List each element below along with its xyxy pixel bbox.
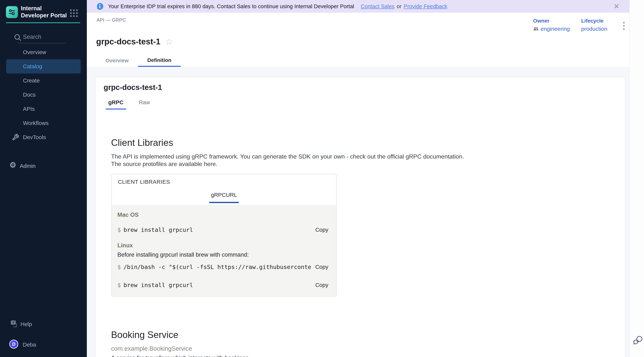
spec-tabs: gRPC Raw	[106, 99, 152, 110]
copy-button[interactable]: Copy	[315, 264, 328, 270]
trial-banner: Your Enterprise IDP trial expires in 880…	[87, 0, 630, 13]
help-icon: ?	[10, 319, 18, 328]
grpcurl-tab-underline	[209, 202, 239, 203]
shell-command: /bin/bash -c "$(curl -fsSL https://raw.g…	[124, 263, 311, 270]
avatar: D	[9, 340, 18, 348]
sidebar-item-admin[interactable]: ⚙ Admin	[0, 160, 87, 172]
client-libraries-heading: Client Libraries	[111, 137, 173, 148]
more-options-icon[interactable]	[620, 20, 628, 33]
sidebar-item-help[interactable]: ? Help	[0, 318, 87, 330]
owner-value[interactable]: engineering	[540, 26, 570, 32]
shell-command: brew install grpcurl	[124, 226, 311, 233]
tab-definition[interactable]: Definition	[138, 55, 181, 67]
panel-label: CLIENT LIBRARIES	[118, 179, 170, 185]
gear-icon: ⚙	[9, 161, 16, 169]
copy-button[interactable]: Copy	[315, 227, 328, 233]
entity-tabs: Overview Definition	[96, 55, 181, 67]
os-label-linux: Linux	[118, 242, 133, 249]
page-title: grpc-docs-test-1	[96, 37, 160, 46]
code-row: $ brew install grpcurl Copy	[118, 282, 328, 288]
wrench-icon	[12, 134, 19, 141]
card-title: grpc-docs-test-1	[104, 83, 162, 92]
code-row: $ brew install grpcurl Copy	[118, 226, 328, 233]
client-libraries-panel: CLIENT LIBRARIES gRPCURL Mac OS $ brew i…	[112, 174, 336, 297]
sidebar-item-workflows[interactable]: Workflows	[0, 116, 87, 130]
search-input[interactable]: Search	[0, 32, 87, 44]
search-underline	[18, 43, 66, 43]
contact-sales-link[interactable]: Contact Sales	[361, 3, 394, 10]
client-libraries-description: The API is implemented using gRPC framew…	[111, 153, 464, 168]
support-chat-icon[interactable]	[632, 335, 643, 345]
os-label-macos: Mac OS	[118, 211, 139, 218]
sidebar-user[interactable]: D Deba	[0, 339, 87, 350]
owner-block: Owner engineering	[533, 18, 570, 32]
entity-header: API — GRPC grpc-docs-test-1 ☆ Owner engi…	[87, 13, 630, 67]
sidebar-nav: Overview Catalog Create Docs APIs Workfl…	[0, 45, 87, 144]
lifecycle-value: production	[581, 26, 607, 32]
search-icon	[14, 33, 22, 42]
sidebar-item-docs[interactable]: Docs	[0, 88, 87, 102]
star-icon[interactable]: ☆	[165, 37, 173, 46]
sidebar: Internal Developer Portal Search Overvie…	[0, 0, 87, 357]
sidebar-item-catalog[interactable]: Catalog	[6, 59, 81, 74]
right-gutter	[630, 0, 644, 357]
copy-button[interactable]: Copy	[315, 282, 328, 288]
people-icon	[533, 27, 539, 31]
sidebar-item-overview[interactable]: Overview	[0, 45, 87, 59]
code-row: $ /bin/bash -c "$(curl -fsSL https://raw…	[118, 263, 328, 270]
booking-service-heading: Booking Service	[111, 329, 178, 340]
tab-grpcurl[interactable]: gRPCURL	[112, 192, 336, 198]
linux-note: Before installing grpcurl install brew w…	[118, 251, 249, 258]
install-instructions: Mac OS $ brew install grpcurl Copy Linux…	[112, 205, 336, 297]
sidebar-divider	[6, 22, 80, 23]
svg-text:?: ?	[12, 321, 14, 324]
tab-raw[interactable]: Raw	[136, 99, 152, 110]
shell-prompt: $	[118, 282, 121, 288]
provide-feedback-link[interactable]: Provide Feedback	[404, 3, 448, 10]
app-grid-icon[interactable]	[70, 9, 78, 17]
brand-logo-icon	[6, 6, 18, 18]
lifecycle-block: Lifecycle production	[581, 18, 607, 32]
shell-prompt: $	[118, 263, 121, 270]
sidebar-item-devtools[interactable]: DevTools	[0, 130, 87, 144]
breadcrumb: API — GRPC	[96, 17, 126, 23]
sidebar-item-apis[interactable]: APIs	[0, 102, 87, 116]
info-icon	[96, 2, 104, 11]
tab-grpc[interactable]: gRPC	[106, 99, 126, 110]
banner-message: Your Enterprise IDP trial expires in 880…	[108, 3, 354, 10]
search-placeholder: Search	[23, 34, 41, 40]
shell-prompt: $	[118, 226, 121, 233]
banner-or: or	[397, 3, 402, 10]
definition-card: grpc-docs-test-1 gRPC Raw Client Librari…	[95, 77, 625, 357]
brand-title: Internal Developer Portal	[21, 5, 69, 19]
booking-service-fqn: com.example.BookingService	[111, 345, 192, 352]
shell-command: brew install grpcurl	[124, 282, 311, 288]
booking-service-description: A service for travellers which interacts…	[111, 354, 248, 357]
sidebar-item-create[interactable]: Create	[0, 74, 87, 88]
tab-overview[interactable]: Overview	[96, 55, 138, 67]
lifecycle-label: Lifecycle	[581, 18, 607, 24]
owner-label: Owner	[533, 18, 570, 24]
close-icon[interactable]: ×	[614, 0, 619, 12]
definition-content: grpc-docs-test-1 gRPC Raw Client Librari…	[87, 67, 630, 357]
user-name: Deba	[23, 341, 36, 348]
